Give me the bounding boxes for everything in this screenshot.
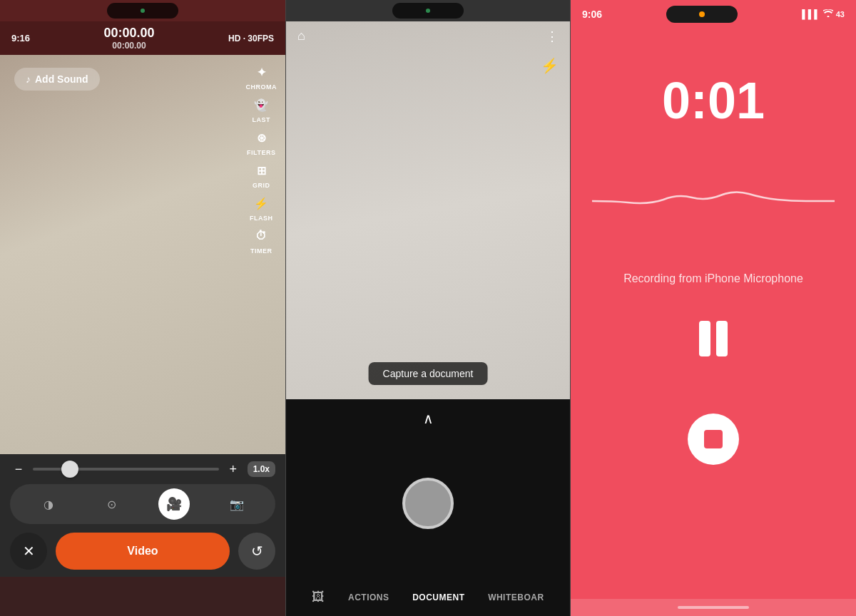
p2-camera-viewfinder: ⌂ ⋮ ⚡ Capture a document [286, 21, 570, 399]
close-icon: ✕ [23, 543, 35, 560]
document-scanner-panel: ⌂ ⋮ ⚡ Capture a document ∧ 🖼 ACTIONS DOC… [285, 0, 571, 616]
p2-camera-dot [426, 9, 430, 13]
zoom-minus-button[interactable]: − [10, 462, 27, 477]
slow-mo-button[interactable]: ◑ [33, 488, 64, 520]
p1-status-bar: 9:16 00:00.00 00:00.00 HD · 30FPS [0, 21, 285, 55]
p1-notch-bar [0, 0, 285, 21]
more-options-icon[interactable]: ⋮ [546, 29, 559, 44]
flash-toggle-icon[interactable]: ⚡ [541, 57, 559, 74]
p3-recorder-body: 0:01 Recording from iPhone Microphone [571, 29, 856, 616]
video-mode-button[interactable]: 🎥 [158, 488, 190, 520]
p1-controls-bottom: − + 1.0x ◑ ⊙ 🎥 📷 ✕ Video ↺ [0, 454, 285, 577]
p1-timer-center: 00:00.00 00:00.00 [103, 26, 154, 51]
p3-bottom-handle [571, 599, 856, 616]
p1-right-tools: ✦ CHROMA 👻 LAST ⊛ FILTERS ⊞ GRID ⚡ FLASH… [246, 62, 277, 255]
timelapse-button[interactable]: ⊙ [96, 488, 127, 520]
capture-document-button[interactable] [402, 478, 454, 529]
zoom-slider-thumb[interactable] [61, 461, 78, 478]
p1-quality-badge: HD · 30FPS [228, 34, 274, 43]
pause-button[interactable] [699, 321, 728, 356]
p3-status-bar: 9:06 ▌▌▌ 43 [571, 0, 856, 29]
p2-notch [392, 3, 464, 19]
p2-top-bar: ⌂ ⋮ [286, 29, 570, 44]
p3-notch [666, 6, 738, 23]
document-nav-item[interactable]: DOCUMENT [412, 592, 464, 602]
p1-main-timer: 00:00.00 [103, 26, 154, 41]
chevron-up-icon[interactable]: ∧ [423, 410, 434, 427]
photo-mode-button[interactable]: 📷 [221, 488, 253, 520]
whiteboard-nav-item[interactable]: WHITEBOAR [488, 592, 544, 602]
p2-bottom-nav: 🖼 ACTIONS DOCUMENT WHITEBOAR [286, 580, 570, 616]
p3-activity-dot [699, 11, 705, 17]
ghost-icon: 👻 [251, 95, 271, 115]
audio-waveform [592, 173, 835, 230]
recording-source-label: Recording from iPhone Microphone [623, 272, 803, 285]
rotate-icon: ↺ [251, 543, 263, 560]
chroma-tool[interactable]: ✦ CHROMA [246, 62, 277, 91]
close-button[interactable]: ✕ [10, 533, 47, 570]
filters-tool[interactable]: ⊛ FILTERS [247, 128, 275, 156]
p1-aspect-ratio: 9:16 [11, 33, 30, 43]
p1-camera-dot [141, 9, 145, 13]
p1-camera-viewfinder: ♪ Add Sound ✦ CHROMA 👻 LAST ⊛ FILTERS ⊞ … [0, 55, 285, 454]
filters-icon: ⊛ [251, 128, 271, 148]
chroma-icon: ✦ [251, 62, 271, 82]
p3-drag-handle [678, 606, 749, 609]
p3-clock: 9:06 [582, 9, 602, 20]
flash-tool[interactable]: ⚡ FLASH [250, 193, 273, 222]
p1-action-row: ✕ Video ↺ [10, 533, 275, 570]
p1-sub-timer: 00:00.00 [112, 41, 146, 51]
wifi-icon [823, 9, 833, 19]
zoom-level-badge: 1.0x [248, 461, 275, 477]
actions-nav-item[interactable]: ACTIONS [348, 592, 389, 602]
battery-icon: 43 [836, 10, 845, 19]
stop-icon [704, 430, 723, 448]
add-sound-button[interactable]: ♪ Add Sound [14, 68, 100, 91]
photos-icon[interactable]: 🖼 [312, 590, 325, 605]
pause-bar-right [716, 321, 728, 356]
grid-tool[interactable]: ⊞ GRID [251, 160, 271, 189]
zoom-slider-track[interactable] [33, 468, 219, 471]
p2-notch-bar [286, 0, 570, 21]
flash-icon: ⚡ [251, 193, 271, 213]
video-camera-panel: 9:16 00:00.00 00:00.00 HD · 30FPS ♪ Add … [0, 0, 285, 616]
pause-bar-left [699, 321, 710, 356]
video-record-button[interactable]: Video [56, 533, 230, 570]
p1-mode-row: ◑ ⊙ 🎥 📷 [10, 484, 275, 524]
p2-bottom-controls: ∧ 🖼 ACTIONS DOCUMENT WHITEBOAR [286, 399, 570, 616]
p1-zoom-row: − + 1.0x [10, 461, 275, 477]
voice-recorder-panel: 9:06 ▌▌▌ 43 0:01 Recording from iPhone M… [571, 0, 856, 616]
p3-status-icons: ▌▌▌ 43 [802, 9, 845, 19]
last-tool[interactable]: 👻 LAST [251, 95, 271, 123]
rotate-camera-button[interactable]: ↺ [238, 533, 275, 570]
music-icon: ♪ [26, 73, 31, 85]
p1-notch [107, 3, 178, 19]
stop-button[interactable] [688, 414, 739, 465]
capture-tooltip: Capture a document [369, 362, 488, 385]
grid-icon: ⊞ [251, 160, 271, 180]
timer-icon: ⏱ [251, 226, 271, 246]
timer-tool[interactable]: ⏱ TIMER [250, 226, 272, 255]
recording-timer: 0:01 [662, 71, 765, 130]
zoom-plus-button[interactable]: + [225, 462, 242, 477]
home-icon[interactable]: ⌂ [297, 29, 305, 44]
signal-icon: ▌▌▌ [802, 9, 820, 19]
